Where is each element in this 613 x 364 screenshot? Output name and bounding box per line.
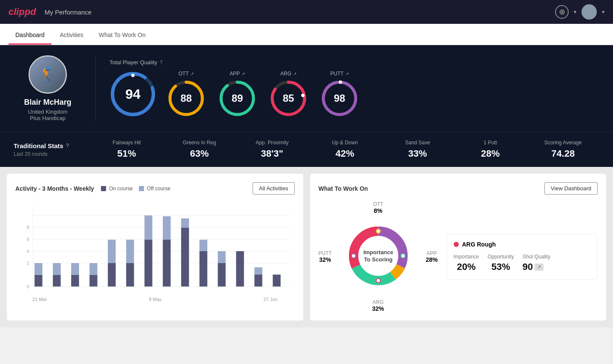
putt-segment-name: PUTT [319,250,332,256]
arg-dot-icon [454,242,459,247]
ott-circle-wrap: 88 [167,79,205,118]
player-country: United Kingdom [28,109,68,115]
view-dashboard-button[interactable]: View Dashboard [544,182,598,195]
bar-10-off [199,240,207,251]
stat-app-proximity: App. Proximity 38'3" [236,140,308,159]
tpq-info-icon[interactable]: ? [160,60,163,66]
stat-up-down: Up & Down 42% [308,140,381,159]
svg-text:8: 8 [27,225,29,230]
bar-7-off [144,215,152,240]
donut-svg: Importance To Scoring [344,222,412,290]
app-segment-name: APP [426,250,437,256]
x-label-3: 27 Jun [263,297,277,302]
tab-activities[interactable]: Activities [53,26,90,45]
putt-circle: PUTT ↗ 98 [318,71,361,118]
player-name: Blair McHarg [24,98,71,107]
bar-5-on [108,263,115,287]
activity-chart-title: Activity - 3 Months - Weekly [15,185,94,192]
svg-point-9 [301,94,305,97]
avatar-placeholder [581,4,597,20]
app-arrow: ↗ [242,72,245,76]
main-circle-wrap: 94 [109,71,156,118]
x-label-1: 21 Mar [32,297,47,302]
arg-opportunity-value: 53% [488,261,514,272]
arg-value: 85 [283,92,294,104]
arg-label: ARG ↗ [280,71,296,77]
bar-14-on [273,275,280,287]
lower-section: Activity - 3 Months - Weekly On course O… [0,167,613,327]
stats-title: Traditional Stats ? [14,142,90,149]
ott-circle: OTT ↗ 88 [165,71,207,118]
avatar-chevron: ▾ [602,9,604,15]
bar-11-on [218,263,225,287]
svg-point-32 [376,229,380,233]
tpq-main-value: 94 [125,86,141,102]
arg-circle: ARG ↗ 85 [267,71,310,118]
tab-what-to-work-on[interactable]: What To Work On [92,26,153,45]
top-nav: clippd My Performance ⊕ ▾ ▾ [0,0,613,24]
bar-7-on [144,240,152,287]
ott-value: 88 [181,92,192,104]
stat-scoring-name: Scoring Average [527,140,599,146]
bar-1-off [35,263,42,275]
bar-8-on [163,240,170,287]
arg-arrow: ↗ [293,72,296,76]
stat-scoring-avg: Scoring Average 74.28 [527,140,599,159]
stat-app-value: 38'3" [236,148,308,159]
bar-13-on [254,275,262,287]
stat-app-name: App. Proximity [236,140,308,146]
stats-info-icon[interactable]: ? [66,143,69,149]
on-course-dot [101,186,106,191]
putt-circle-wrap: 98 [320,79,359,118]
wtwo-body: OTT 8% APP 28% ARG 32% PUTT 32% [319,201,598,312]
arg-opportunity: Opportunity 53% [488,254,514,272]
putt-segment-pct: 32% [319,256,332,263]
arg-sq-value-wrap: 90 ↗ [523,261,550,272]
stat-putt-value: 28% [454,148,527,159]
off-course-dot [139,186,144,191]
stat-1-putt: 1 Putt 28% [454,140,527,159]
bar-5-off [108,240,115,263]
stat-putt-name: 1 Putt [454,140,527,146]
stat-greens-in-reg: Greens In Reg 63% [163,140,236,159]
stat-ss-name: Sand Save [381,140,454,146]
player-info: 🏌️ Blair McHarg United Kingdom Plus Hand… [14,55,82,121]
all-activities-button[interactable]: All Activities [253,182,295,195]
arg-importance: Importance 20% [454,254,479,272]
stat-ss-value: 33% [381,148,454,159]
svg-text:0: 0 [27,284,29,289]
app-circle-wrap: 89 [218,79,256,118]
arg-info-box: ARG Rough Importance 20% Opportunity 53%… [446,234,598,280]
tpq-main-score: 94 [109,71,156,118]
stats-row: Traditional Stats ? Last 20 rounds Fairw… [0,132,613,167]
svg-point-33 [401,254,405,258]
activity-chart-svg: 0 2 4 6 8 [15,201,295,295]
ott-segment-label: OTT 8% [373,201,383,214]
bar-13-off [254,267,262,275]
bar-8-off [163,216,170,240]
arg-segment-label: ARG 32% [372,299,384,312]
app-circle: APP ↗ 89 [216,71,259,118]
nav-left: clippd My Performance [9,6,92,17]
hero-section: 🏌️ Blair McHarg United Kingdom Plus Hand… [0,45,613,132]
bar-6-on [126,263,134,287]
tabs-bar: Dashboard Activities What To Work On [0,24,613,45]
svg-text:2: 2 [27,261,29,266]
bar-12-on [236,251,244,287]
user-avatar-button[interactable] [581,4,597,20]
bar-6-off [126,240,134,263]
stats-subtitle: Last 20 rounds [14,151,90,157]
stat-ud-name: Up & Down [308,140,381,146]
what-to-work-on-card: What To Work On View Dashboard OTT 8% AP… [310,174,607,321]
add-button[interactable]: ⊕ [555,5,569,19]
arg-circle-wrap: 85 [269,79,308,118]
tab-dashboard[interactable]: Dashboard [9,26,52,45]
svg-text:4: 4 [27,249,29,254]
bar-2-on [53,275,60,287]
svg-point-2 [131,74,135,77]
add-chevron: ▾ [574,9,576,15]
app-logo: clippd [9,6,36,17]
bar-1-on [35,275,42,287]
bar-9-off [181,218,189,228]
arg-importance-label: Importance [454,254,479,260]
